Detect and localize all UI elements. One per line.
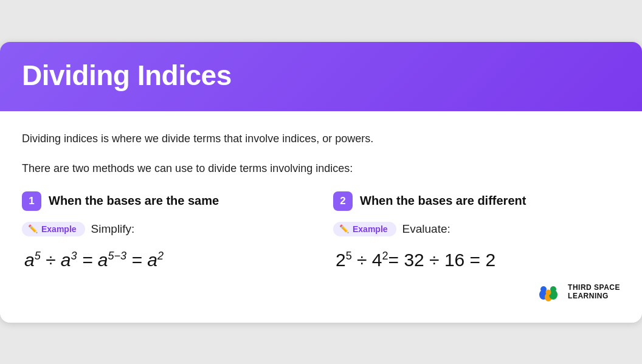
method-2-example-row: ✏️ Example Evaluate:: [333, 222, 620, 236]
method-2-example-badge: ✏️ Example: [333, 222, 396, 236]
logo-name: THIRD SPACE: [568, 284, 620, 292]
method-1-header: 1 When the bases are the same: [22, 191, 309, 211]
method-1-example-label: Example: [41, 224, 77, 234]
method-1-example-verb: Simplify:: [91, 222, 135, 236]
method-2-math: 25 ÷ 42= 32 ÷ 16 = 2: [336, 247, 620, 273]
logo-sub: LEARNING: [568, 292, 620, 301]
method-2-header: 2 When the bases are different: [333, 191, 620, 211]
tsl-logo-icon: [535, 279, 562, 306]
main-card: Dividing Indices Dividing indices is whe…: [0, 42, 642, 323]
svg-point-4: [546, 289, 551, 295]
method-1-block: 1 When the bases are the same ✏️ Example…: [22, 191, 309, 273]
logo-text-block: THIRD SPACE LEARNING: [568, 284, 620, 301]
card-header: Dividing Indices: [0, 42, 642, 111]
methods-grid: 1 When the bases are the same ✏️ Example…: [22, 191, 620, 273]
intro-text: Dividing indices is where we divide term…: [22, 131, 620, 147]
card-body: Dividing indices is where we divide term…: [0, 111, 642, 323]
method-2-number: 2: [333, 191, 353, 211]
pencil-icon-1: ✏️: [28, 224, 38, 233]
pencil-icon-2: ✏️: [339, 224, 349, 233]
method-1-math: a5 ÷ a3 = a5−3 = a2: [24, 247, 309, 273]
method-1-title: When the bases are the same: [49, 194, 219, 208]
method-2-block: 2 When the bases are different ✏️ Exampl…: [333, 191, 620, 273]
method-1-number: 1: [22, 191, 41, 211]
method-2-title: When the bases are different: [360, 194, 526, 208]
svg-point-3: [540, 286, 547, 292]
page-title: Dividing Indices: [22, 59, 620, 92]
method-1-example-row: ✏️ Example Simplify:: [22, 222, 309, 236]
methods-intro-text: There are two methods we can use to divi…: [22, 160, 620, 177]
svg-point-5: [550, 286, 556, 292]
footer-logo: THIRD SPACE LEARNING: [22, 279, 620, 306]
method-2-example-label: Example: [353, 224, 388, 234]
method-1-example-badge: ✏️ Example: [22, 222, 85, 236]
method-2-example-verb: Evaluate:: [402, 222, 450, 236]
